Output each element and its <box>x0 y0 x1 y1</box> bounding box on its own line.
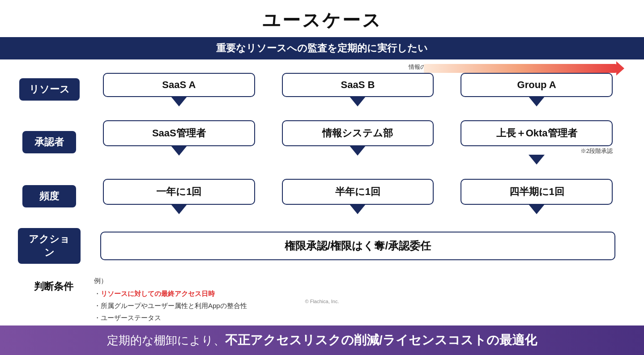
frequency-col1: 一年に1回 <box>90 179 269 214</box>
frequency-label-cell: 頻度 <box>13 172 85 221</box>
handan-item1: ・リソースに対しての最終アクセス日時 <box>94 287 631 300</box>
info-density-row: 情報の機密度 <box>13 59 631 64</box>
arrow-down-resource-1 <box>171 97 187 106</box>
frequency-label-badge: 頻度 <box>22 185 76 207</box>
handan-item3: ・ユーザーステータス <box>94 312 631 324</box>
arrow-spacer-freq-1 <box>90 205 269 214</box>
arrow-spacer-3 <box>447 97 626 106</box>
handan-label-cell: 判断条件 <box>13 275 94 296</box>
approver-label-cell: 承認者 <box>13 113 85 171</box>
arrow-down-approver-2 <box>350 146 366 156</box>
arrow-spacer-freq-3 <box>447 205 626 214</box>
approver-okta: 上長＋Okta管理者 <box>461 120 613 146</box>
arrow-spacer-1 <box>90 97 269 106</box>
action-box: 権限承認/権限はく奪/承認委任 <box>100 232 615 260</box>
action-label-badge: アクション <box>18 228 81 264</box>
arrow-down-approver-3 <box>529 155 545 165</box>
arrow-spacer-approver-2 <box>269 146 448 155</box>
handan-example: 例） <box>94 275 631 287</box>
frequency-halfyear: 半年に1回 <box>282 179 434 205</box>
frequency-col2: 半年に1回 <box>269 179 448 214</box>
approver-col1: SaaS管理者 <box>90 120 269 164</box>
approver-saas-mgr: SaaS管理者 <box>103 120 255 146</box>
subtitle-bar: 重要なリソースへの監査を定期的に実行したい <box>0 37 644 59</box>
frequency-three-col: 一年に1回 半年に1回 四半期に1回 <box>90 179 626 214</box>
arrow-down-approver-1 <box>171 146 187 156</box>
arrow-down-resource-2 <box>350 97 366 106</box>
bottom-banner: 定期的な棚卸により、不正アクセスリスクの削減/ライセンスコストの最適化 <box>0 325 644 355</box>
page-container: ユースケース 重要なリソースへの監査を定期的に実行したい 情報の機密度 リソース… <box>0 0 644 355</box>
resource-label-badge: リソース <box>19 78 80 101</box>
approver-col3: 上長＋Okta管理者 ※2段階承認 <box>447 120 626 164</box>
page-title: ユースケース <box>0 8 644 33</box>
resource-saas-b: SaaS B <box>282 73 434 97</box>
approver-content-cell: SaaS管理者 情報システム部 上長＋Okta管理者 ※2段階承認 <box>85 113 631 171</box>
content-area: 情報の機密度 リソース SaaS A <box>0 59 644 325</box>
handan-content: 例） ・リソースに対しての最終アクセス日時 ・所属グループやユーザー属性と利用A… <box>94 275 631 324</box>
handan-item1-prefix: ・ <box>94 290 101 297</box>
subtitle-text: 重要なリソースへの監査を定期的に実行したい <box>216 42 428 54</box>
frequency-quarter: 四半期に1回 <box>461 179 613 205</box>
handan-item1-red: リソースに対しての最終アクセス日時 <box>101 290 215 297</box>
arrow-down-freq-3 <box>529 204 545 214</box>
resource-content-cell: SaaS A SaaS B Group A <box>85 66 631 113</box>
approver-three-col: SaaS管理者 情報システム部 上長＋Okta管理者 ※2段階承認 <box>90 120 626 164</box>
approver-info-sys: 情報システム部 <box>282 120 434 146</box>
title-section: ユースケース <box>0 0 644 37</box>
arrow-down-freq-1 <box>171 204 187 214</box>
frequency-1year: 一年に1回 <box>103 179 255 205</box>
approver-label-badge: 承認者 <box>22 131 76 153</box>
resource-label-cell: リソース <box>13 66 85 113</box>
handan-item2: ・所属グループやユーザー属性と利用Appの整合性 <box>94 300 631 312</box>
resource-col3: Group A <box>447 73 626 106</box>
frequency-col3: 四半期に1回 <box>447 179 626 214</box>
arrow-down-resource-3 <box>529 97 545 106</box>
handan-label: 判断条件 <box>18 278 90 293</box>
resource-three-col: SaaS A SaaS B Group A <box>90 73 626 106</box>
action-label-cell: アクション <box>13 221 85 271</box>
approver-note: ※2段階承認 <box>461 147 613 155</box>
frequency-content-cell: 一年に1回 半年に1回 四半期に1回 <box>85 172 631 221</box>
arrow-down-freq-2 <box>350 204 366 214</box>
arrow-spacer-approver-1 <box>90 146 269 155</box>
arrow-spacer-approver-3 <box>447 155 626 164</box>
approver-col2: 情報システム部 <box>269 120 448 164</box>
resource-col1: SaaS A <box>90 73 269 106</box>
arrow-spacer-freq-2 <box>269 205 448 214</box>
action-content-cell: 権限承認/権限はく奪/承認委任 <box>85 221 631 271</box>
gradient-arrow-bar <box>424 64 616 73</box>
resource-col2: SaaS B <box>269 73 448 106</box>
bottom-banner-prefix: 定期的な棚卸により、 <box>107 334 225 347</box>
resource-group-a: Group A <box>461 73 613 97</box>
resource-saas-a: SaaS A <box>103 73 255 97</box>
bottom-banner-strong: 不正アクセスリスクの削減/ライセンスコストの最適化 <box>225 333 537 347</box>
copyright: © Flachica, Inc. <box>305 299 339 304</box>
main-grid: リソース SaaS A SaaS B <box>13 66 631 271</box>
arrow-spacer-2 <box>269 97 448 106</box>
